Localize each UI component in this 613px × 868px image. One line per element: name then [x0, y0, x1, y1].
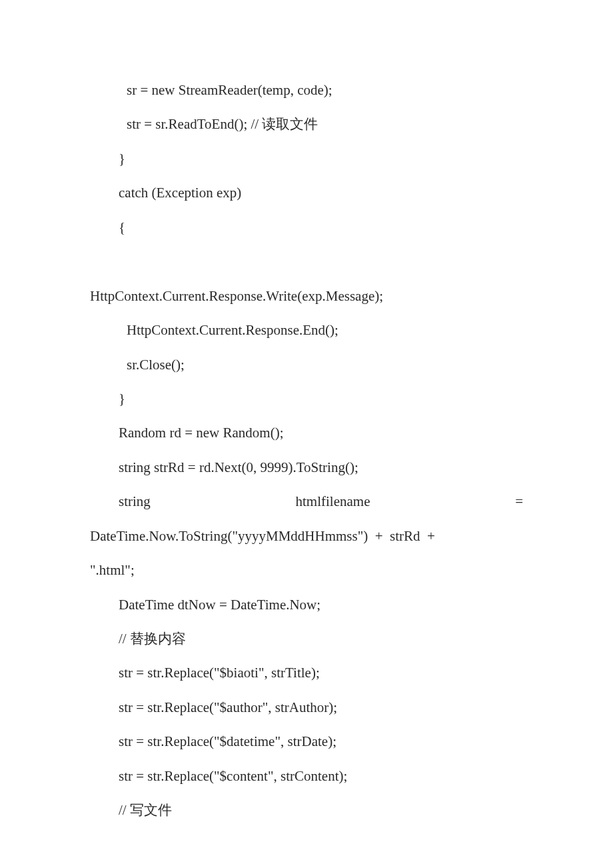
code-line: ".html";: [90, 553, 523, 587]
token: =: [515, 493, 523, 509]
code-line: HttpContext.Current.Response.End();: [90, 313, 523, 347]
code-line: }: [90, 142, 523, 176]
code-line: str = str.Replace("$author", strAuthor);: [90, 691, 523, 725]
code-line: // 替换内容: [90, 622, 523, 656]
code-line: str = str.Replace("$datetime", strDate);: [90, 725, 523, 759]
blank-line: [90, 245, 523, 279]
document-page: sr = new StreamReader(temp, code); str =…: [0, 0, 613, 868]
code-line: // 写文件: [90, 793, 523, 827]
code-line: str = str.Replace("$biaoti", strTitle);: [90, 656, 523, 690]
code-line: {: [90, 211, 523, 245]
code-line: str = str.Replace("$content", strContent…: [90, 759, 523, 793]
token: htmlfilename: [296, 493, 370, 509]
code-line: sr.Close();: [90, 348, 523, 382]
code-line-justified: string htmlfilename =: [90, 485, 523, 519]
code-line: sr = new StreamReader(temp, code);: [90, 73, 523, 107]
code-line: DateTime dtNow = DateTime.Now;: [90, 588, 523, 622]
code-line: HttpContext.Current.Response.Write(exp.M…: [90, 279, 523, 313]
code-line: string strRd = rd.Next(0, 9999).ToString…: [90, 451, 523, 485]
code-line: Random rd = new Random();: [90, 416, 523, 450]
code-line: }: [90, 382, 523, 416]
token: string: [119, 493, 151, 509]
code-line: DateTime.Now.ToString("yyyyMMddHHmmss") …: [90, 519, 523, 553]
code-line: str = sr.ReadToEnd(); // 读取文件: [90, 107, 523, 141]
code-line: catch (Exception exp): [90, 176, 523, 210]
